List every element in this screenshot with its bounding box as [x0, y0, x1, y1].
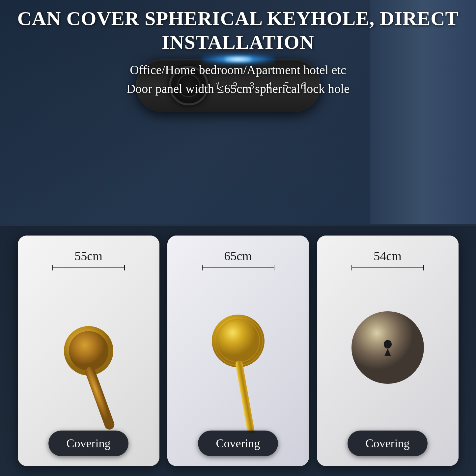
- headline: CAN COVER SPHERICAL KEYHOLE, DIRECT INST…: [13, 7, 463, 54]
- text-section: CAN COVER SPHERICAL KEYHOLE, DIRECT INST…: [0, 7, 476, 98]
- bar-line-2: [203, 267, 274, 268]
- card-image-1: [18, 272, 159, 433]
- svg-point-9: [384, 340, 392, 349]
- svg-point-1: [69, 331, 108, 371]
- card-bronze-lever: 55cm: [18, 236, 159, 466]
- bar-end-right-1: [124, 265, 125, 270]
- measurement-bar-2: [202, 265, 274, 270]
- bronze-handle-svg: [18, 272, 159, 433]
- card-gold-lever: 65cm: [167, 236, 309, 466]
- measurement-value-3: 54cm: [351, 249, 424, 263]
- gold-handle-svg: [167, 272, 309, 433]
- bar-end-right-3: [423, 265, 424, 270]
- bar-line-3: [352, 267, 423, 268]
- card-image-2: [167, 272, 309, 433]
- svg-point-4: [216, 319, 261, 363]
- bar-end-right-2: [274, 265, 274, 270]
- svg-rect-2: [84, 366, 116, 431]
- covering-badge-1: Covering: [48, 431, 129, 456]
- measurement-value-1: 55cm: [52, 249, 125, 263]
- measurement-1: 55cm: [52, 249, 125, 270]
- covering-badge-3: Covering: [348, 431, 428, 456]
- svg-rect-7: [235, 360, 255, 433]
- measurement-bar-1: [52, 265, 125, 270]
- subtext-line1: Office/Home bedroom/Apartment hotel etc: [13, 61, 463, 79]
- bar-line-1: [53, 267, 124, 268]
- measurement-value-2: 65cm: [202, 249, 274, 263]
- knob-handle-svg: [317, 272, 459, 433]
- cards-section: 55cm: [0, 226, 476, 476]
- card-spherical-knob: 54cm: [317, 236, 459, 466]
- measurement-2: 65cm: [202, 249, 274, 270]
- main-container: CAN COVER SPHERICAL KEYHOLE, DIRECT INST…: [0, 0, 476, 476]
- measurement-bar-3: [351, 265, 424, 270]
- measurement-3: 54cm: [351, 249, 424, 270]
- covering-badge-2: Covering: [198, 431, 278, 456]
- subtext-line2: Door panel width ≤65cm spherical lock ho…: [13, 79, 463, 98]
- card-image-3: [317, 272, 459, 433]
